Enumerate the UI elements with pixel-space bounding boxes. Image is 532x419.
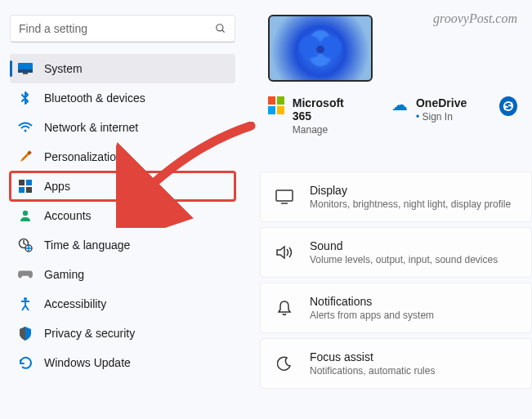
onedrive-tile[interactable]: ☁ OneDrive • Sign In (391, 96, 467, 123)
card-title: Sound (310, 239, 498, 252)
apps-icon (18, 179, 33, 194)
bell-icon (275, 300, 293, 316)
search-input[interactable] (19, 22, 215, 35)
sidebar-item-label: System (44, 62, 83, 75)
sidebar-item-privacy[interactable]: Privacy & security (10, 319, 235, 348)
ms365-title: Microsoft 365 (293, 96, 359, 123)
search-input-wrapper[interactable] (10, 15, 235, 42)
card-title: Display (310, 184, 511, 197)
svg-rect-15 (276, 190, 293, 201)
onedrive-icon: ☁ (391, 96, 408, 113)
sidebar-item-accounts[interactable]: Accounts (10, 201, 235, 230)
card-desc: Notifications, automatic rules (310, 365, 435, 377)
svg-point-11 (23, 211, 28, 216)
sidebar-item-label: Accessibility (44, 297, 106, 310)
sidebar-item-apps[interactable]: Apps (10, 172, 235, 201)
svg-rect-10 (26, 187, 32, 193)
wifi-icon (18, 120, 33, 135)
card-desc: Alerts from apps and system (310, 310, 434, 321)
system-icon (18, 61, 33, 76)
card-title: Notifications (310, 295, 434, 308)
sidebar-item-label: Windows Update (44, 356, 131, 369)
sync-button[interactable] (499, 96, 517, 116)
card-desc: Monitors, brightness, night light, displ… (310, 198, 511, 210)
windows-update-icon (18, 355, 33, 370)
ms365-subtitle: Manage (293, 124, 359, 136)
onedrive-subtitle: • Sign In (416, 111, 467, 123)
sidebar-item-network[interactable]: Network & internet (10, 113, 235, 142)
svg-rect-3 (18, 69, 33, 73)
sidebar-item-label: Privacy & security (44, 327, 135, 340)
card-desc: Volume levels, output, input, sound devi… (310, 254, 498, 265)
sidebar-item-personalization[interactable]: Personalization (10, 142, 235, 172)
svg-rect-9 (19, 187, 25, 193)
desktop-preview[interactable] (268, 15, 373, 82)
svg-rect-8 (26, 180, 32, 185)
display-icon (275, 189, 293, 204)
svg-point-0 (217, 25, 223, 31)
accessibility-icon (18, 296, 33, 311)
sidebar-item-label: Time & language (44, 238, 130, 252)
card-sound[interactable]: Sound Volume levels, output, input, soun… (260, 227, 532, 278)
gamepad-icon (18, 267, 33, 282)
clock-globe-icon (18, 238, 33, 252)
search-icon (215, 23, 226, 34)
sidebar-item-windows-update[interactable]: Windows Update (10, 348, 235, 377)
svg-line-1 (222, 30, 225, 33)
system-panel: Microsoft 365 Manage ☁ OneDrive • Sign I… (245, 0, 532, 419)
sidebar-item-gaming[interactable]: Gaming (10, 260, 235, 289)
paintbrush-icon (18, 149, 33, 164)
person-icon (18, 208, 33, 223)
card-notifications[interactable]: Notifications Alerts from apps and syste… (260, 283, 532, 333)
svg-point-5 (25, 130, 27, 132)
card-display[interactable]: Display Monitors, brightness, night ligh… (260, 172, 532, 222)
sidebar-item-label: Network & internet (44, 121, 138, 134)
settings-sidebar: System Bluetooth & devices Network & int… (0, 0, 245, 419)
moon-icon (275, 356, 293, 371)
sidebar-item-bluetooth[interactable]: Bluetooth & devices (10, 83, 235, 113)
microsoft-365-icon (268, 96, 284, 114)
sidebar-item-label: Accounts (44, 209, 92, 222)
sidebar-item-label: Apps (44, 180, 70, 193)
microsoft-365-tile[interactable]: Microsoft 365 Manage (268, 96, 359, 136)
onedrive-title: OneDrive (416, 96, 467, 109)
sidebar-item-time-language[interactable]: Time & language (10, 230, 235, 260)
bluetooth-icon (18, 91, 33, 105)
svg-rect-4 (23, 73, 28, 74)
svg-rect-7 (19, 180, 25, 185)
svg-point-14 (24, 297, 27, 301)
sidebar-item-label: Bluetooth & devices (44, 91, 145, 105)
sidebar-item-accessibility[interactable]: Accessibility (10, 289, 235, 319)
sidebar-item-label: Gaming (44, 268, 84, 281)
shield-icon (18, 326, 33, 341)
sidebar-item-label: Personalization (44, 150, 123, 163)
sidebar-item-system[interactable]: System (10, 54, 235, 83)
sound-icon (275, 245, 293, 260)
card-focus-assist[interactable]: Focus assist Notifications, automatic ru… (260, 338, 532, 389)
card-title: Focus assist (310, 350, 435, 363)
